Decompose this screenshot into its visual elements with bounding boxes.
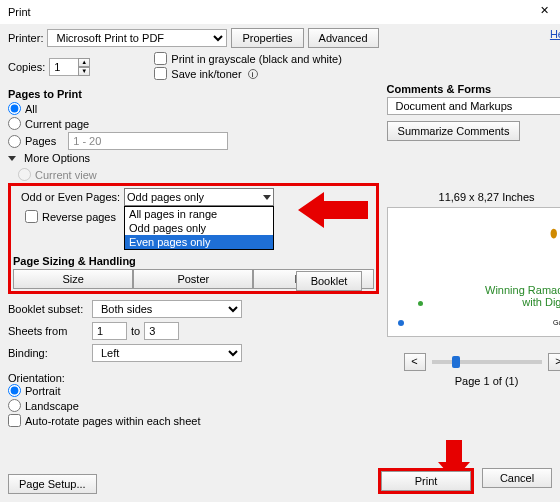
print-preview: ☾ ⬮ Winning Ramadanwith Digital Google	[387, 207, 560, 337]
preview-dimensions: 11,69 x 8,27 Inches	[387, 191, 560, 203]
saveink-checkbox[interactable]	[154, 67, 167, 80]
sheets-to-input[interactable]	[144, 322, 179, 340]
size-tab[interactable]: Size	[13, 269, 133, 289]
saveink-label: Save ink/toner	[171, 68, 241, 80]
grayscale-checkbox[interactable]	[154, 52, 167, 65]
sheets-from-label: Sheets from	[8, 325, 88, 337]
printer-label: Printer:	[8, 32, 43, 44]
google-logo: Google	[553, 319, 560, 326]
pages-to-print-title: Pages to Print	[8, 88, 379, 100]
comments-title: Comments & Forms	[387, 83, 560, 95]
odd-even-select[interactable]: Odd pages only	[124, 188, 274, 206]
pages-radio[interactable]	[8, 135, 21, 148]
chevron-down-icon	[263, 195, 271, 200]
help-link[interactable]: Help?	[550, 28, 560, 40]
odd-even-dropdown-list: All pages in range Odd pages only Even p…	[124, 206, 274, 250]
cancel-button[interactable]: Cancel	[482, 468, 552, 488]
advanced-button[interactable]: Advanced	[308, 28, 379, 48]
poster-tab[interactable]: Poster	[133, 269, 253, 289]
pages-range-input[interactable]	[68, 132, 228, 150]
info-icon[interactable]: i	[248, 69, 258, 79]
reverse-checkbox[interactable]	[25, 210, 38, 223]
binding-select[interactable]: Left	[92, 344, 242, 362]
binding-label: Binding:	[8, 347, 88, 359]
lantern-icon: ⬮	[550, 226, 558, 240]
summarize-button[interactable]: Summarize Comments	[387, 121, 521, 141]
dd-item-all[interactable]: All pages in range	[125, 207, 273, 221]
more-options-toggle[interactable]: More Options	[24, 152, 90, 164]
dd-item-even[interactable]: Even pages only	[125, 235, 273, 249]
zoom-out-button[interactable]: <	[404, 353, 426, 371]
sizing-title: Page Sizing & Handling	[13, 255, 374, 267]
comments-select[interactable]: Document and Markups	[387, 97, 560, 115]
chevron-down-icon[interactable]	[8, 156, 16, 161]
copies-down[interactable]: ▼	[78, 67, 90, 76]
printer-select[interactable]: Microsoft Print to PDF	[47, 29, 227, 47]
all-radio[interactable]	[8, 102, 21, 115]
red-arrow-annotation	[298, 188, 368, 232]
grayscale-label: Print in grayscale (black and white)	[171, 53, 342, 65]
zoom-in-button[interactable]: >	[548, 353, 560, 371]
close-icon[interactable]: ✕	[536, 4, 552, 20]
page-indicator: Page 1 of (1)	[387, 375, 560, 387]
svg-marker-0	[298, 192, 368, 228]
booklet-tab[interactable]: Booklet	[296, 271, 362, 291]
autorotate-checkbox[interactable]	[8, 414, 21, 427]
zoom-slider[interactable]	[432, 360, 542, 364]
sheets-from-input[interactable]	[92, 322, 127, 340]
print-button[interactable]: Print	[381, 471, 471, 491]
page-setup-button[interactable]: Page Setup...	[8, 474, 97, 494]
booklet-subset-label: Booklet subset:	[8, 303, 88, 315]
copies-input[interactable]	[49, 58, 79, 76]
dd-item-odd[interactable]: Odd pages only	[125, 221, 273, 235]
window-title: Print	[8, 6, 31, 18]
orientation-title: Orientation:	[8, 372, 379, 384]
landscape-radio[interactable]	[8, 399, 21, 412]
copies-up[interactable]: ▲	[78, 58, 90, 67]
current-page-radio[interactable]	[8, 117, 21, 130]
portrait-radio[interactable]	[8, 384, 21, 397]
copies-label: Copies:	[8, 61, 45, 73]
booklet-subset-select[interactable]: Both sides	[92, 300, 242, 318]
properties-button[interactable]: Properties	[231, 28, 303, 48]
current-view-radio	[18, 168, 31, 181]
odd-even-label: Odd or Even Pages:	[21, 191, 120, 203]
